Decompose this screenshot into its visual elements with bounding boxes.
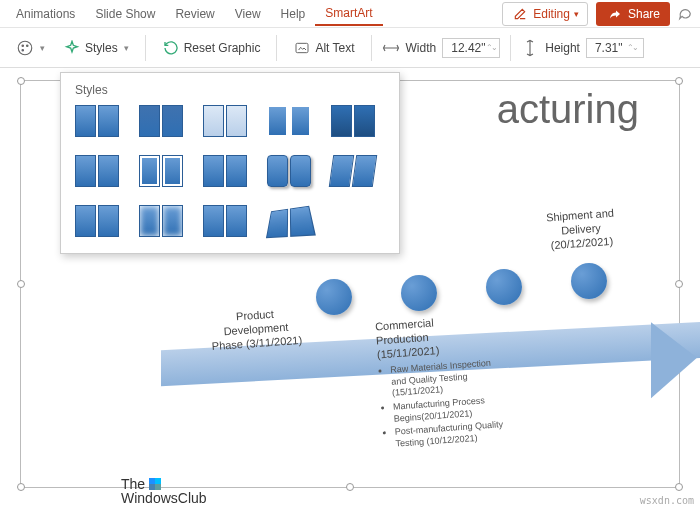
resize-handle[interactable]: [17, 483, 25, 491]
height-value: 7.31": [595, 41, 623, 55]
timeline-node[interactable]: [316, 279, 352, 315]
timeline-node[interactable]: [401, 275, 437, 311]
height-input[interactable]: 7.31": [586, 38, 644, 58]
tab-review[interactable]: Review: [165, 3, 224, 25]
resize-handle[interactable]: [17, 280, 25, 288]
chevron-down-icon: ▾: [574, 9, 579, 19]
smartart-arrow-head: [651, 320, 697, 398]
svg-point-0: [18, 41, 32, 55]
reset-graphic-button[interactable]: Reset Graphic: [156, 36, 267, 60]
style-swatches: [75, 105, 385, 237]
alt-text-label: Alt Text: [315, 41, 354, 55]
style-option[interactable]: [203, 155, 247, 187]
style-option[interactable]: [203, 105, 247, 137]
comments-icon[interactable]: [676, 5, 694, 23]
tab-slideshow[interactable]: Slide Show: [85, 3, 165, 25]
tab-view[interactable]: View: [225, 3, 271, 25]
style-option[interactable]: [139, 105, 183, 137]
svg-point-3: [22, 49, 24, 51]
gallery-title: Styles: [75, 83, 385, 97]
tab-help[interactable]: Help: [271, 3, 316, 25]
style-option[interactable]: [331, 105, 375, 137]
editing-mode-button[interactable]: Editing ▾: [502, 2, 588, 26]
tab-smartart[interactable]: SmartArt: [315, 2, 382, 26]
share-button[interactable]: Share: [596, 2, 670, 26]
alt-text-button[interactable]: Alt Text: [287, 36, 360, 60]
resize-handle[interactable]: [17, 77, 25, 85]
style-option[interactable]: [139, 155, 183, 187]
style-option[interactable]: [267, 155, 311, 187]
tab-animations[interactable]: Animations: [6, 3, 85, 25]
timeline-details[interactable]: Raw Materials Inspection and Quality Tes…: [378, 357, 514, 454]
resize-handle[interactable]: [675, 280, 683, 288]
svg-point-1: [22, 45, 24, 47]
timeline-node[interactable]: [486, 269, 522, 305]
svg-rect-5: [149, 478, 155, 484]
svg-point-2: [27, 45, 29, 47]
alt-text-icon: [293, 39, 311, 57]
reset-graphic-label: Reset Graphic: [184, 41, 261, 55]
width-label: Width: [406, 41, 437, 55]
colors-button[interactable]: [10, 36, 51, 60]
share-icon: [606, 5, 624, 23]
width-input[interactable]: 12.42": [442, 38, 500, 58]
slide-title[interactable]: acturing: [497, 87, 639, 132]
styles-gallery: Styles: [60, 72, 400, 254]
separator: [510, 35, 511, 61]
width-icon: [382, 39, 400, 57]
style-option[interactable]: [331, 155, 375, 187]
separator: [145, 35, 146, 61]
timeline-caption[interactable]: Shipment and Delivery (20/12/2021): [525, 205, 638, 254]
style-option[interactable]: [75, 205, 119, 237]
ribbon-toolbar: Styles Reset Graphic Alt Text Width 12.4…: [0, 28, 700, 68]
logo-icon: [149, 478, 161, 490]
palette-icon: [16, 39, 34, 57]
resize-handle[interactable]: [346, 483, 354, 491]
resize-handle[interactable]: [675, 483, 683, 491]
style-option[interactable]: [267, 105, 311, 137]
style-option[interactable]: [75, 155, 119, 187]
reset-icon: [162, 39, 180, 57]
style-option[interactable]: [266, 206, 316, 238]
svg-rect-6: [155, 478, 161, 484]
ribbon-tabs: Animations Slide Show Review View Help S…: [0, 0, 700, 28]
editing-mode-label: Editing: [533, 7, 570, 21]
pencil-icon: [511, 5, 529, 23]
share-label: Share: [628, 7, 660, 21]
height-icon: [521, 39, 539, 57]
styles-button[interactable]: Styles: [57, 36, 135, 60]
height-label: Height: [545, 41, 580, 55]
timeline-node[interactable]: [571, 263, 607, 299]
style-option[interactable]: [75, 105, 119, 137]
separator: [371, 35, 372, 61]
styles-label: Styles: [85, 41, 118, 55]
timeline-caption[interactable]: Commercial Production (15/11/2021): [375, 314, 478, 362]
style-option[interactable]: [139, 205, 183, 237]
resize-handle[interactable]: [675, 77, 683, 85]
watermark: wsxdn.com: [640, 495, 694, 506]
separator: [276, 35, 277, 61]
logo-text: The WindowsClub: [121, 477, 207, 505]
width-value: 12.42": [451, 41, 485, 55]
sparkle-icon: [63, 39, 81, 57]
style-option[interactable]: [203, 205, 247, 237]
